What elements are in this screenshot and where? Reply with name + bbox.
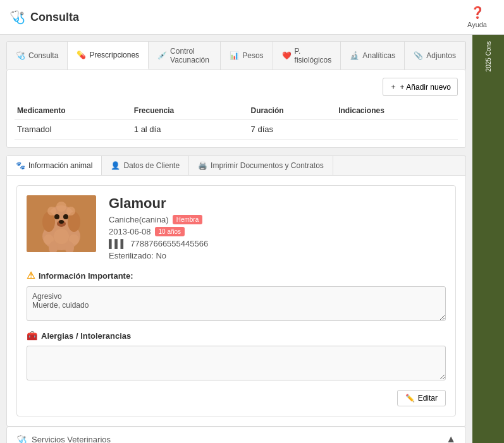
tab-pesos[interactable]: 📊 Pesos [221, 42, 273, 70]
help-button[interactable]: ❓ Ayuda [460, 3, 495, 32]
svg-point-9 [47, 207, 56, 215]
paperclip-icon: 📎 [414, 51, 423, 60]
add-button-label: + Añadir nuevo [400, 83, 451, 92]
help-label: Ayuda [467, 21, 487, 28]
important-info-textarea[interactable]: Agresivo Muerde, cuidado [27, 286, 446, 321]
tab-datos-cliente-label: Datos de Cliente [123, 161, 180, 170]
chevron-up-icon: ▲ [446, 434, 456, 443]
important-label: Información Importante: [39, 271, 133, 281]
sterilized-value: No [156, 251, 166, 260]
svg-point-11 [66, 207, 75, 215]
prescriptions-card: ＋ + Añadir nuevo Medicamento Frecuencia … [6, 70, 466, 148]
animal-microchip-row: ▌▌▌ 77887666555445566 [109, 239, 446, 248]
svg-point-6 [63, 214, 68, 219]
animal-header: Glamour Caniche(canina) Hembra 2013-06-0… [27, 195, 446, 260]
tab-datos-cliente[interactable]: 👤 Datos de Cliente [102, 156, 189, 175]
main-layout: 🩺 Consulta 💊 Prescripciones 💉 Control Va… [0, 35, 504, 443]
syringe-icon: 💉 [157, 51, 167, 60]
animal-dob-text: 2013-06-08 [109, 227, 151, 236]
cell-medicamento: Tramadol [17, 124, 134, 134]
allergies-header: 🧰 Alergias / Intolerancias [27, 331, 446, 341]
print-icon: 🖨️ [198, 161, 207, 170]
allergies-icon: 🧰 [27, 331, 37, 341]
right-panel-text: 2025 Cons [485, 38, 492, 75]
animal-photo [27, 195, 96, 252]
main-tab-bar: 🩺 Consulta 💊 Prescripciones 💉 Control Va… [6, 41, 466, 70]
tab-analiticas[interactable]: 🔬 Analíticas [341, 42, 405, 70]
services-left: 🩺 Servicios Veterinarios [16, 435, 111, 444]
animal-name: Glamour [109, 195, 446, 212]
pill-icon: 💊 [77, 51, 86, 59]
add-prescription-button[interactable]: ＋ + Añadir nuevo [383, 78, 458, 96]
col-medicamento: Medicamento [17, 106, 134, 115]
animal-info-section: 🐾 Información animal 👤 Datos de Cliente … [6, 155, 466, 427]
prescriptions-toolbar: ＋ + Añadir nuevo [15, 78, 458, 96]
poodle-image [27, 195, 96, 252]
cell-indicaciones [338, 124, 455, 134]
warning-icon: ⚠ [27, 270, 35, 281]
app-header: 🩺 Consulta ❓ Ayuda [0, 0, 504, 35]
animal-breed-row: Caniche(canina) Hembra [109, 215, 446, 224]
tab-adjuntos[interactable]: 📎 Adjuntos [405, 42, 465, 70]
animal-inner: Glamour Caniche(canina) Hembra 2013-06-0… [16, 185, 456, 416]
tab-prescripciones-label: Prescripciones [89, 51, 139, 59]
svg-point-12 [54, 229, 69, 244]
col-duracion: Duración [251, 106, 339, 115]
animal-breed-text: Caniche(canina) [109, 215, 169, 224]
important-info-header: ⚠ Información Importante: [27, 270, 446, 281]
flask-icon: 🔬 [350, 51, 359, 60]
cell-duracion: 7 días [251, 124, 339, 134]
tab-prescripciones[interactable]: 💊 Prescripciones [68, 42, 149, 70]
tab-pesos-label: Pesos [242, 51, 263, 60]
tab-info-animal-label: Información animal [28, 161, 92, 170]
plus-icon: ＋ [390, 82, 397, 92]
svg-point-8 [59, 220, 64, 224]
app-title: Consulta [30, 11, 79, 24]
animal-card: Glamour Caniche(canina) Hembra 2013-06-0… [6, 175, 466, 427]
col-frecuencia: Frecuencia [134, 106, 251, 115]
gender-badge: Hembra [173, 215, 203, 224]
chart-icon: 📊 [230, 51, 239, 60]
info-tab-bar: 🐾 Información animal 👤 Datos de Cliente … [6, 155, 466, 175]
animal-details: Glamour Caniche(canina) Hembra 2013-06-0… [109, 195, 446, 260]
tab-analiticas-label: Analíticas [362, 51, 395, 60]
sterilized-label: Esterilizado: [109, 251, 154, 260]
col-indicaciones: Indicaciones [338, 106, 455, 115]
animal-dob-row: 2013-06-08 10 años [109, 227, 446, 236]
services-icon: 🩺 [16, 435, 27, 444]
paw-icon: 🐾 [16, 161, 25, 170]
tab-consulta[interactable]: 🩺 Consulta [7, 42, 68, 70]
tab-adjuntos-label: Adjuntos [426, 51, 456, 60]
tab-imprimir[interactable]: 🖨️ Imprimir Documentos y Contratos [189, 156, 333, 175]
services-label: Servicios Veterinarios [32, 435, 111, 444]
tab-vacunacion-label: Control Vacunación [170, 47, 211, 64]
svg-point-10 [56, 202, 66, 212]
svg-point-5 [54, 214, 59, 219]
tab-vacunacion[interactable]: 💉 Control Vacunación [149, 42, 221, 70]
edit-icon: ✏️ [405, 394, 415, 403]
tab-info-animal[interactable]: 🐾 Información animal [7, 156, 102, 175]
stethoscope-icon: 🩺 [16, 51, 25, 60]
help-icon: ❓ [470, 6, 484, 20]
animal-sterilized-row: Esterilizado: No [109, 251, 446, 260]
stethoscope-icon: 🩺 [9, 9, 25, 25]
tab-imprimir-label: Imprimir Documentos y Contratos [211, 161, 324, 170]
animal-microchip-text: 77887666555445566 [130, 239, 208, 248]
services-bar[interactable]: 🩺 Servicios Veterinarios ▲ [6, 427, 466, 443]
edit-section: ✏️ Editar [27, 390, 446, 406]
table-row: Tramadol 1 al día 7 días [15, 119, 458, 140]
age-badge: 10 años [155, 227, 185, 236]
right-panel: 2025 Cons [472, 35, 504, 443]
cell-frecuencia: 1 al día [134, 124, 251, 134]
prescriptions-table-header: Medicamento Frecuencia Duración Indicaci… [15, 102, 458, 119]
tab-fisiologicos[interactable]: ❤️ P. fisiológicos [273, 42, 341, 70]
person-icon: 👤 [111, 161, 120, 170]
main-content: 🩺 Consulta 💊 Prescripciones 💉 Control Va… [0, 35, 472, 443]
tab-fisiologicos-label: P. fisiológicos [295, 47, 332, 64]
heartbeat-icon: ❤️ [282, 51, 292, 60]
prescriptions-section: 🩺 Consulta 💊 Prescripciones 💉 Control Va… [6, 41, 466, 148]
allergies-textarea[interactable] [27, 346, 446, 380]
edit-button[interactable]: ✏️ Editar [397, 390, 446, 406]
tab-consulta-label: Consulta [28, 51, 58, 60]
help-section: ❓ Ayuda [460, 3, 495, 32]
